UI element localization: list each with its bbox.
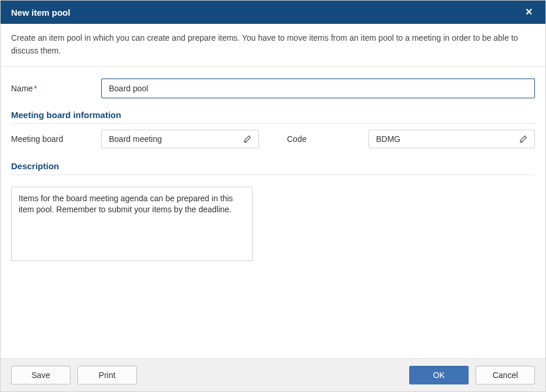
code-label: Code: [287, 134, 368, 144]
dialog-intro: Create an item pool in which you can cre…: [1, 24, 545, 67]
pencil-icon[interactable]: [243, 135, 251, 143]
dialog-title: New item pool: [11, 8, 70, 17]
description-section-title: Description: [11, 161, 535, 175]
code-input[interactable]: BDMG: [368, 130, 535, 148]
ok-button[interactable]: OK: [409, 366, 469, 384]
name-input[interactable]: [101, 79, 535, 98]
name-label-text: Name: [11, 84, 33, 93]
meeting-board-row: Meeting board Board meeting Code BDMG: [11, 130, 535, 148]
code-value: BDMG: [376, 134, 400, 144]
meeting-board-col: Meeting board Board meeting: [11, 130, 259, 148]
dialog-footer: Save Print OK Cancel: [1, 358, 545, 391]
name-label: Name*: [11, 84, 101, 93]
meeting-board-input[interactable]: Board meeting: [101, 130, 259, 148]
description-section: Description: [11, 161, 535, 263]
dialog-content: Name* Meeting board information Meeting …: [1, 67, 545, 358]
footer-right: OK Cancel: [409, 366, 535, 384]
required-asterisk: *: [34, 84, 37, 93]
footer-left: Save Print: [11, 366, 137, 384]
meeting-board-value: Board meeting: [109, 134, 162, 144]
meeting-board-section-title: Meeting board information: [11, 110, 535, 124]
save-button[interactable]: Save: [11, 366, 70, 384]
meeting-board-label: Meeting board: [11, 134, 101, 144]
name-row: Name*: [11, 79, 535, 98]
print-button[interactable]: Print: [77, 366, 137, 384]
code-col: Code BDMG: [287, 130, 535, 148]
description-textarea[interactable]: [11, 187, 253, 261]
close-icon[interactable]: ✕: [523, 6, 535, 18]
cancel-button[interactable]: Cancel: [476, 366, 535, 384]
dialog-titlebar: New item pool ✕: [1, 1, 545, 24]
pencil-icon[interactable]: [519, 135, 527, 143]
